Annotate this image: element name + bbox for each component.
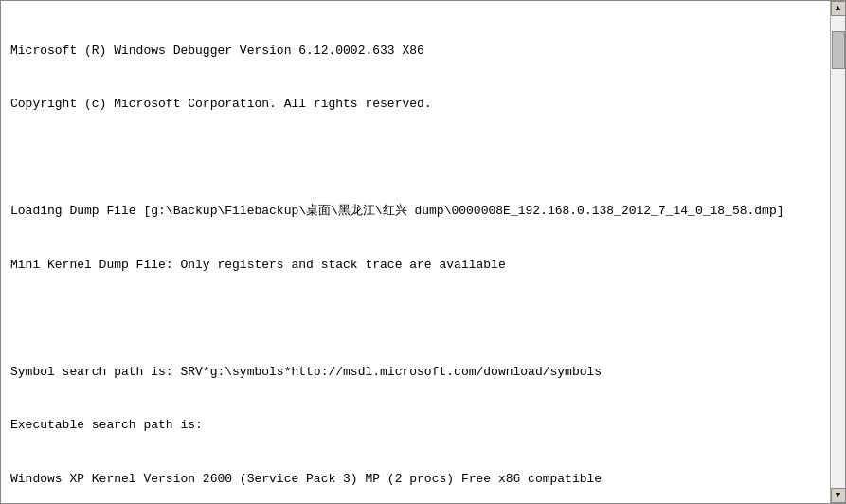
scroll-down-button[interactable]: ▼ [831,488,846,503]
line-blank-2 [10,310,820,328]
line-symbol-path: Symbol search path is: SRV*g:\symbols*ht… [10,364,820,382]
debugger-window: Microsoft (R) Windows Debugger Version 6… [0,0,846,504]
line-2: Copyright (c) Microsoft Corporation. All… [10,96,820,114]
content-area: Microsoft (R) Windows Debugger Version 6… [1,1,845,503]
scrollbar[interactable]: ▲ ▼ [830,1,845,503]
debugger-output: Microsoft (R) Windows Debugger Version 6… [1,1,830,503]
line-exe-path: Executable search path is: [10,417,820,435]
line-windows-version: Windows XP Kernel Version 2600 (Service … [10,471,820,489]
line-mini-kernel: Mini Kernel Dump File: Only registers an… [10,257,820,275]
scroll-up-button[interactable]: ▲ [831,1,846,16]
line-1: Microsoft (R) Windows Debugger Version 6… [10,43,820,61]
line-dump: Loading Dump File [g:\Backup\Filebackup\… [10,203,820,221]
line-blank-1 [10,150,820,168]
scroll-thumb[interactable] [832,31,845,69]
